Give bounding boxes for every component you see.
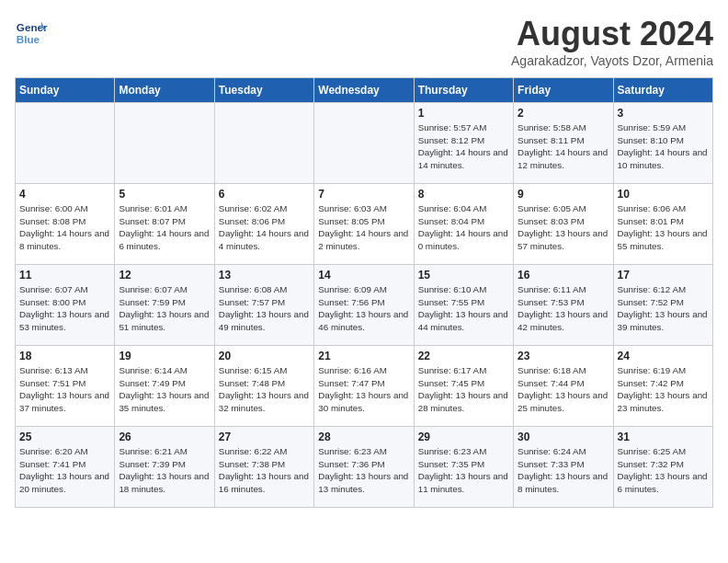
day-number: 17 bbox=[618, 269, 709, 282]
calendar-cell: 1Sunrise: 5:57 AM Sunset: 8:12 PM Daylig… bbox=[414, 103, 513, 184]
calendar-cell: 27Sunrise: 6:22 AM Sunset: 7:38 PM Dayli… bbox=[214, 427, 313, 508]
calendar-cell: 31Sunrise: 6:25 AM Sunset: 7:32 PM Dayli… bbox=[613, 427, 712, 508]
logo-icon: General Blue bbox=[15, 15, 48, 48]
day-info: Sunrise: 6:24 AM Sunset: 7:33 PM Dayligh… bbox=[518, 445, 609, 496]
calendar-cell: 10Sunrise: 6:06 AM Sunset: 8:01 PM Dayli… bbox=[613, 184, 712, 265]
day-info: Sunrise: 6:08 AM Sunset: 7:57 PM Dayligh… bbox=[219, 283, 310, 334]
weekday-header: Friday bbox=[514, 78, 613, 103]
day-number: 18 bbox=[19, 350, 110, 362]
calendar-cell: 20Sunrise: 6:15 AM Sunset: 7:48 PM Dayli… bbox=[214, 346, 313, 427]
day-info: Sunrise: 6:19 AM Sunset: 7:42 PM Dayligh… bbox=[618, 364, 709, 415]
weekday-header: Monday bbox=[115, 78, 214, 103]
svg-text:Blue: Blue bbox=[17, 33, 40, 45]
weekday-header-row: SundayMondayTuesdayWednesdayThursdayFrid… bbox=[16, 78, 713, 103]
day-number: 11 bbox=[19, 269, 110, 282]
calendar-cell: 28Sunrise: 6:23 AM Sunset: 7:36 PM Dayli… bbox=[314, 427, 414, 508]
calendar-cell: 8Sunrise: 6:04 AM Sunset: 8:04 PM Daylig… bbox=[414, 184, 513, 265]
calendar-cell: 11Sunrise: 6:07 AM Sunset: 8:00 PM Dayli… bbox=[16, 265, 115, 346]
calendar-cell: 21Sunrise: 6:16 AM Sunset: 7:47 PM Dayli… bbox=[314, 346, 414, 427]
day-number: 28 bbox=[318, 431, 409, 443]
calendar-cell: 22Sunrise: 6:17 AM Sunset: 7:45 PM Dayli… bbox=[414, 346, 513, 427]
day-number: 22 bbox=[418, 350, 509, 362]
day-info: Sunrise: 6:25 AM Sunset: 7:32 PM Dayligh… bbox=[618, 445, 709, 496]
day-number: 6 bbox=[219, 188, 310, 201]
day-info: Sunrise: 6:13 AM Sunset: 7:51 PM Dayligh… bbox=[19, 364, 110, 415]
calendar-table: SundayMondayTuesdayWednesdayThursdayFrid… bbox=[15, 77, 713, 508]
day-info: Sunrise: 6:02 AM Sunset: 8:06 PM Dayligh… bbox=[219, 202, 310, 253]
calendar-cell: 2Sunrise: 5:58 AM Sunset: 8:11 PM Daylig… bbox=[514, 103, 613, 184]
day-info: Sunrise: 6:22 AM Sunset: 7:38 PM Dayligh… bbox=[219, 445, 310, 496]
weekday-header: Wednesday bbox=[314, 78, 414, 103]
day-info: Sunrise: 5:57 AM Sunset: 8:12 PM Dayligh… bbox=[418, 121, 509, 172]
day-number: 10 bbox=[618, 188, 709, 201]
day-number: 15 bbox=[418, 269, 509, 282]
day-number: 31 bbox=[618, 431, 709, 443]
calendar-cell: 24Sunrise: 6:19 AM Sunset: 7:42 PM Dayli… bbox=[613, 346, 712, 427]
day-number: 13 bbox=[219, 269, 310, 282]
calendar-cell: 7Sunrise: 6:03 AM Sunset: 8:05 PM Daylig… bbox=[314, 184, 414, 265]
weekday-header: Thursday bbox=[414, 78, 513, 103]
calendar-cell: 6Sunrise: 6:02 AM Sunset: 8:06 PM Daylig… bbox=[214, 184, 313, 265]
calendar-cell: 18Sunrise: 6:13 AM Sunset: 7:51 PM Dayli… bbox=[16, 346, 115, 427]
calendar-cell bbox=[115, 103, 214, 184]
calendar-cell: 13Sunrise: 6:08 AM Sunset: 7:57 PM Dayli… bbox=[214, 265, 313, 346]
day-number: 30 bbox=[518, 431, 609, 443]
day-info: Sunrise: 6:20 AM Sunset: 7:41 PM Dayligh… bbox=[19, 445, 110, 496]
logo: General Blue bbox=[15, 15, 48, 48]
day-info: Sunrise: 6:03 AM Sunset: 8:05 PM Dayligh… bbox=[318, 202, 409, 253]
calendar-cell: 4Sunrise: 6:00 AM Sunset: 8:08 PM Daylig… bbox=[16, 184, 115, 265]
day-info: Sunrise: 6:01 AM Sunset: 8:07 PM Dayligh… bbox=[119, 202, 210, 253]
day-number: 21 bbox=[318, 350, 409, 362]
day-number: 25 bbox=[19, 431, 110, 443]
calendar-cell: 14Sunrise: 6:09 AM Sunset: 7:56 PM Dayli… bbox=[314, 265, 414, 346]
calendar-cell bbox=[214, 103, 313, 184]
day-number: 14 bbox=[318, 269, 409, 282]
day-number: 19 bbox=[119, 350, 210, 362]
day-info: Sunrise: 6:14 AM Sunset: 7:49 PM Dayligh… bbox=[119, 364, 210, 415]
day-number: 8 bbox=[418, 188, 509, 201]
calendar-cell: 12Sunrise: 6:07 AM Sunset: 7:59 PM Dayli… bbox=[115, 265, 214, 346]
calendar-cell: 5Sunrise: 6:01 AM Sunset: 8:07 PM Daylig… bbox=[115, 184, 214, 265]
title-block: August 2024 Agarakadzor, Vayots Dzor, Ar… bbox=[511, 15, 713, 68]
day-info: Sunrise: 6:07 AM Sunset: 8:00 PM Dayligh… bbox=[19, 283, 110, 334]
calendar-cell: 3Sunrise: 5:59 AM Sunset: 8:10 PM Daylig… bbox=[613, 103, 712, 184]
calendar-cell: 23Sunrise: 6:18 AM Sunset: 7:44 PM Dayli… bbox=[514, 346, 613, 427]
day-info: Sunrise: 6:16 AM Sunset: 7:47 PM Dayligh… bbox=[318, 364, 409, 415]
weekday-header: Tuesday bbox=[214, 78, 313, 103]
day-number: 20 bbox=[219, 350, 310, 362]
day-number: 12 bbox=[119, 269, 210, 282]
calendar-cell: 15Sunrise: 6:10 AM Sunset: 7:55 PM Dayli… bbox=[414, 265, 513, 346]
calendar-cell bbox=[16, 103, 115, 184]
day-number: 24 bbox=[618, 350, 709, 362]
day-number: 23 bbox=[518, 350, 609, 362]
day-number: 26 bbox=[119, 431, 210, 443]
month-title: August 2024 bbox=[511, 15, 713, 53]
day-info: Sunrise: 6:11 AM Sunset: 7:53 PM Dayligh… bbox=[518, 283, 609, 334]
day-info: Sunrise: 6:17 AM Sunset: 7:45 PM Dayligh… bbox=[418, 364, 509, 415]
day-info: Sunrise: 6:00 AM Sunset: 8:08 PM Dayligh… bbox=[19, 202, 110, 253]
day-info: Sunrise: 6:15 AM Sunset: 7:48 PM Dayligh… bbox=[219, 364, 310, 415]
calendar-cell: 17Sunrise: 6:12 AM Sunset: 7:52 PM Dayli… bbox=[613, 265, 712, 346]
day-number: 7 bbox=[318, 188, 409, 201]
day-info: Sunrise: 6:07 AM Sunset: 7:59 PM Dayligh… bbox=[119, 283, 210, 334]
calendar-cell bbox=[314, 103, 414, 184]
day-number: 9 bbox=[518, 188, 609, 201]
page-header: General Blue August 2024 Agarakadzor, Va… bbox=[15, 15, 713, 68]
day-info: Sunrise: 6:23 AM Sunset: 7:36 PM Dayligh… bbox=[318, 445, 409, 496]
calendar-week-row: 25Sunrise: 6:20 AM Sunset: 7:41 PM Dayli… bbox=[16, 427, 713, 508]
day-number: 16 bbox=[518, 269, 609, 282]
day-info: Sunrise: 6:09 AM Sunset: 7:56 PM Dayligh… bbox=[318, 283, 409, 334]
location-subtitle: Agarakadzor, Vayots Dzor, Armenia bbox=[511, 53, 713, 68]
day-number: 5 bbox=[119, 188, 210, 201]
calendar-week-row: 11Sunrise: 6:07 AM Sunset: 8:00 PM Dayli… bbox=[16, 265, 713, 346]
weekday-header: Saturday bbox=[613, 78, 712, 103]
calendar-cell: 19Sunrise: 6:14 AM Sunset: 7:49 PM Dayli… bbox=[115, 346, 214, 427]
day-info: Sunrise: 6:12 AM Sunset: 7:52 PM Dayligh… bbox=[618, 283, 709, 334]
calendar-week-row: 4Sunrise: 6:00 AM Sunset: 8:08 PM Daylig… bbox=[16, 184, 713, 265]
day-number: 27 bbox=[219, 431, 310, 443]
calendar-cell: 9Sunrise: 6:05 AM Sunset: 8:03 PM Daylig… bbox=[514, 184, 613, 265]
day-info: Sunrise: 6:18 AM Sunset: 7:44 PM Dayligh… bbox=[518, 364, 609, 415]
day-info: Sunrise: 6:23 AM Sunset: 7:35 PM Dayligh… bbox=[418, 445, 509, 496]
day-number: 3 bbox=[618, 107, 709, 120]
day-info: Sunrise: 5:58 AM Sunset: 8:11 PM Dayligh… bbox=[518, 121, 609, 172]
